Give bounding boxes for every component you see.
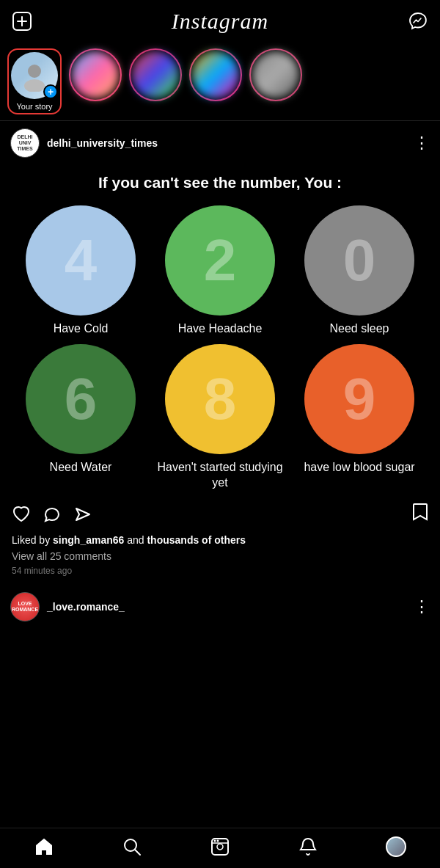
svg-point-3 [28,65,41,78]
story-label [94,104,96,113]
circle-yellow: 8 [165,344,275,454]
circle-item-have-cold: 4 Have Cold [13,205,148,337]
search-button[interactable] [117,836,147,858]
circle-number-4: 6 [65,365,98,433]
post-header: DELHIUNIVTIMES delhi_university_times ⋮ [0,121,440,165]
circle-orange: 9 [304,344,414,454]
svg-point-8 [217,844,223,850]
comment-button[interactable] [43,505,62,524]
story-item[interactable] [189,48,242,114]
story-item[interactable] [69,48,122,114]
post-username[interactable]: delhi_university_times [47,137,158,149]
next-post-more-button[interactable]: ⋮ [414,599,430,615]
bookmark-button[interactable] [412,503,428,526]
profile-button[interactable] [381,836,411,858]
likes-text: Liked by singh_aman66 and thousands of o… [12,532,428,548]
circle-item-no-study: 8 Haven't started studying yet [153,344,287,491]
circle-item-need-sleep: 0 Need sleep [292,205,427,337]
next-post-header: LOVEROMANCE _love.romance_ ⋮ [0,585,440,629]
circle-number-2: 2 [204,227,237,294]
story-item[interactable] [129,48,182,114]
story-label [154,104,156,113]
post: DELHIUNIVTIMES delhi_university_times ⋮ … [0,121,440,582]
circle-label-2: Have Headache [178,321,263,337]
circle-label-1: Have Cold [54,321,109,337]
like-button[interactable] [12,505,31,524]
stories-row: + Your story [0,43,440,120]
circle-item-need-water: 6 Need Water [13,344,148,491]
circle-label-4: Need Water [50,460,112,475]
likes-user[interactable]: singh_aman66 [53,534,124,546]
post-meta: Liked by singh_aman66 and thousands of o… [0,530,440,582]
profile-pic [386,836,406,857]
add-story-badge: + [43,84,58,99]
view-comments-link[interactable]: View all 25 comments [12,548,428,564]
svg-point-11 [217,840,219,842]
time-ago: 54 minutes ago [12,564,428,578]
post-header-left: DELHIUNIVTIMES delhi_university_times [10,128,158,158]
circle-blue: 4 [26,205,136,316]
svg-line-6 [135,850,140,855]
add-icon[interactable] [12,11,32,32]
svg-point-10 [214,840,216,842]
your-story[interactable]: + Your story [7,48,62,114]
post-actions [0,495,440,530]
likes-others: thousands of others [147,534,246,546]
circle-item-low-blood-sugar: 9 have low blood sugar [292,344,427,491]
messenger-icon[interactable] [408,11,428,32]
notifications-button[interactable] [293,836,323,858]
circle-number-1: 4 [65,227,98,294]
circles-grid: 4 Have Cold 2 Have Headache 0 Need sleep [10,205,430,490]
circle-number-6: 9 [343,365,376,433]
circle-label-5: Haven't started studying yet [153,460,287,491]
post-avatar[interactable]: DELHIUNIVTIMES [10,128,40,158]
post-more-button[interactable]: ⋮ [414,135,430,151]
circle-item-have-headache: 2 Have Headache [153,205,287,337]
app-logo: Instagram [172,9,268,34]
top-nav: Instagram [0,0,440,43]
circle-gray: 0 [304,205,414,316]
share-button[interactable] [73,505,92,524]
next-post-username[interactable]: _love.romance_ [47,601,125,613]
svg-point-4 [24,79,45,92]
bottom-nav [0,828,440,868]
story-label [214,104,216,113]
circle-label-3: Need sleep [330,321,389,337]
circle-green: 2 [165,205,275,316]
your-story-label: Your story [16,102,52,111]
story-label [274,104,276,113]
next-post-header-left: LOVEROMANCE _love.romance_ [10,592,125,621]
home-button[interactable] [29,836,59,858]
story-item[interactable] [249,48,302,114]
next-post-avatar[interactable]: LOVEROMANCE [10,592,40,621]
reels-button[interactable] [205,836,235,858]
your-story-avatar: + [11,52,58,99]
circle-dark-green: 6 [26,344,136,454]
circle-number-3: 0 [343,227,376,294]
likes-prefix: Liked by [12,534,53,546]
post-image-area: If you can't see the number, You : 4 Hav… [0,165,440,495]
likes-suffix: and [124,534,147,546]
post-actions-left [12,505,92,524]
post-title: If you can't see the number, You : [10,172,430,192]
circle-number-5: 8 [204,365,237,433]
circle-label-6: have low blood sugar [304,460,414,475]
